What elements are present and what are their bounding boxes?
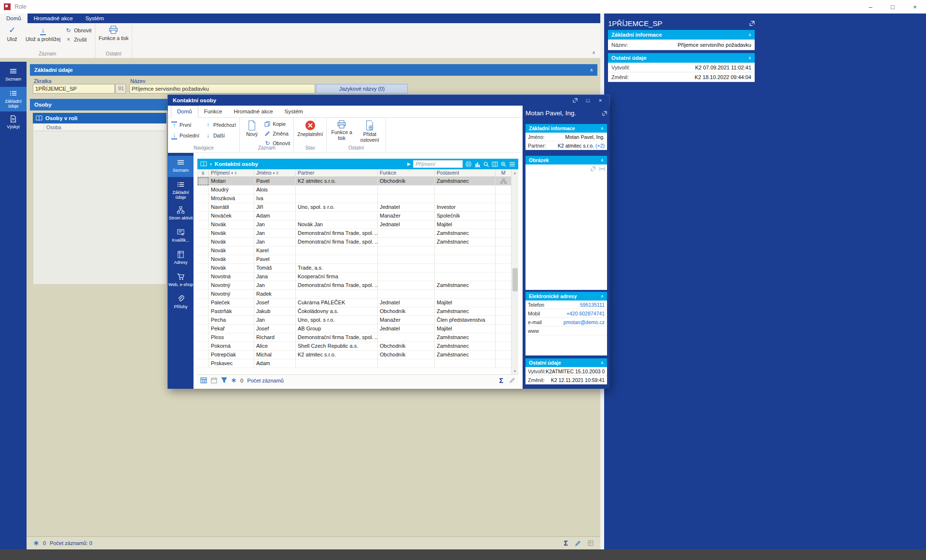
cell-m[interactable] bbox=[496, 177, 511, 186]
filter-icon[interactable] bbox=[221, 377, 227, 383]
cell-jmeno[interactable]: Josef bbox=[254, 299, 296, 307]
table-row[interactable]: NováčekAdamManažerSpolečník bbox=[197, 212, 511, 220]
cell-postaveni[interactable]: Člen představenstva bbox=[435, 316, 496, 325]
cell-prijmeni[interactable]: Nováček bbox=[209, 212, 254, 220]
cell-postaveni[interactable]: Majitel bbox=[435, 220, 496, 229]
cell-jmeno[interactable]: Radek bbox=[254, 290, 296, 299]
modal-sidebar-strom-aktivit[interactable]: Strom aktivit bbox=[168, 204, 193, 225]
cell-partner[interactable] bbox=[296, 255, 378, 264]
cell-jmeno[interactable]: Pavel bbox=[254, 177, 296, 186]
maximize-button[interactable]: □ bbox=[882, 0, 904, 14]
maximize-button[interactable]: □ bbox=[583, 96, 592, 104]
detail-basic-header[interactable]: Základní informace ∧ bbox=[525, 124, 607, 133]
cell-s[interactable] bbox=[197, 212, 209, 220]
shortcut-input[interactable] bbox=[33, 84, 115, 94]
collapse-chevron[interactable]: ∧ bbox=[600, 294, 604, 299]
cell-prijmeni[interactable]: Novák bbox=[209, 238, 254, 246]
chart-icon[interactable] bbox=[474, 161, 481, 167]
cell-jmeno[interactable]: Jan bbox=[254, 238, 296, 246]
cell-postaveni[interactable]: Zaměstnanec bbox=[435, 342, 496, 351]
cell-s[interactable] bbox=[197, 273, 209, 281]
cell-prijmeni[interactable]: Novák bbox=[209, 255, 254, 264]
table-row[interactable]: NovotnýJanDemonstrační firma Trade, spol… bbox=[197, 281, 511, 290]
cell-s[interactable] bbox=[197, 220, 209, 229]
modal-sidebar-zakladni-udaje[interactable]: Základní údaje bbox=[168, 178, 193, 203]
collapse-chevron[interactable]: ∧ bbox=[748, 55, 751, 60]
grid-icon[interactable] bbox=[588, 540, 594, 546]
cell-s[interactable] bbox=[197, 264, 209, 273]
table-row[interactable]: MoudrýAlois bbox=[197, 186, 511, 194]
cell-funkce[interactable] bbox=[378, 229, 435, 238]
name-input[interactable] bbox=[129, 84, 315, 94]
cell-partner[interactable] bbox=[296, 359, 378, 368]
collapse-chevron[interactable]: ∧ bbox=[600, 158, 604, 163]
cell-funkce[interactable] bbox=[378, 281, 435, 290]
collapse-chevron[interactable]: ∧ bbox=[590, 68, 593, 72]
cell-s[interactable] bbox=[197, 203, 209, 212]
cell-m[interactable] bbox=[496, 316, 511, 325]
cell-prijmeni[interactable]: Novák bbox=[209, 229, 254, 238]
cell-m[interactable] bbox=[496, 194, 511, 203]
cell-s[interactable] bbox=[197, 316, 209, 325]
modal-tab-hromadne-akce[interactable]: Hromadné akce bbox=[228, 106, 278, 117]
cell-partner[interactable]: Cukrárna PALEČEK bbox=[296, 299, 378, 307]
new-record-button[interactable]: Nový bbox=[241, 119, 263, 145]
popout-icon[interactable] bbox=[591, 166, 595, 171]
cell-partner[interactable]: K2 atmitec s.r.o. bbox=[296, 351, 378, 359]
popout-button[interactable] bbox=[571, 96, 580, 104]
cell-funkce[interactable] bbox=[378, 359, 435, 368]
cell-jmeno[interactable]: Adam bbox=[254, 359, 296, 368]
modal-sideb ar-adresy[interactable]: Adresy bbox=[168, 248, 193, 269]
cell-s[interactable] bbox=[197, 255, 209, 264]
cell-funkce[interactable]: Obchodník bbox=[378, 307, 435, 316]
calendar-icon[interactable] bbox=[211, 377, 217, 383]
cell-m[interactable] bbox=[496, 351, 511, 359]
cell-postaveni[interactable] bbox=[435, 186, 496, 194]
cell-partner[interactable]: Kooperační firma bbox=[296, 273, 378, 281]
cell-m[interactable] bbox=[496, 273, 511, 281]
row-value[interactable]: pmotan@demo.cz bbox=[564, 319, 605, 325]
previous-record-button[interactable]: ↑ Předchozí bbox=[203, 121, 238, 129]
cell-m[interactable] bbox=[496, 264, 511, 273]
cell-postaveni[interactable] bbox=[435, 246, 496, 255]
detail-other-header[interactable]: Ostatní údaje ∧ bbox=[525, 358, 607, 367]
table-row[interactable]: NavrátilJiříUno, spol. s r.o.JednatelInv… bbox=[197, 203, 511, 212]
scroll-thumb[interactable] bbox=[512, 268, 518, 291]
refresh-button[interactable]: ↻ Obnovit bbox=[63, 26, 94, 34]
cell-jmeno[interactable]: Jan bbox=[254, 281, 296, 290]
add-salutation-button[interactable]: Přidat oslovení bbox=[355, 119, 384, 145]
change-record-button[interactable]: Změna bbox=[263, 129, 292, 138]
table-row[interactable]: PechaJanUno, spol. s r.o.ManažerČlen pře… bbox=[197, 316, 511, 325]
cell-postaveni[interactable] bbox=[435, 359, 496, 368]
sum-icon[interactable]: Σ bbox=[499, 377, 503, 384]
cell-m[interactable] bbox=[496, 212, 511, 220]
menu-icon[interactable] bbox=[509, 162, 515, 167]
columns-icon[interactable] bbox=[492, 161, 498, 167]
cell-jmeno[interactable]: Josef bbox=[254, 325, 296, 333]
cell-prijmeni[interactable]: Ploss bbox=[209, 333, 254, 342]
cell-s[interactable] bbox=[197, 325, 209, 333]
cell-jmeno[interactable]: Jan bbox=[254, 316, 296, 325]
sidebar-item-vyskyt[interactable]: Výskyt bbox=[0, 112, 27, 134]
cell-postaveni[interactable]: Zaměstnanec bbox=[435, 281, 496, 290]
cell-partner[interactable]: Uno, spol. s r.o. bbox=[296, 316, 378, 325]
collapse-chevron[interactable]: ∧ bbox=[748, 32, 751, 37]
cell-s[interactable] bbox=[197, 281, 209, 290]
table-row[interactable]: NovákPavel bbox=[197, 255, 511, 264]
cell-funkce[interactable] bbox=[378, 186, 435, 194]
next-record-button[interactable]: ↓ Další bbox=[203, 131, 238, 140]
cell-jmeno[interactable]: Jan bbox=[254, 229, 296, 238]
cell-funkce[interactable]: Manažer bbox=[378, 316, 435, 325]
cell-postaveni[interactable]: Investor bbox=[435, 203, 496, 212]
table-row[interactable]: NovákJanDemonstrační firma Trade, spol. … bbox=[197, 238, 511, 246]
modal-sidebar-seznam[interactable]: Seznam bbox=[168, 156, 193, 177]
language-names-button[interactable]: Jazykové názvy (0) bbox=[316, 84, 408, 94]
cell-funkce[interactable] bbox=[378, 273, 435, 281]
preview-basic-header[interactable]: Základní informace ∧ bbox=[608, 30, 755, 40]
cell-partner[interactable]: Uno, spol. s r.o. bbox=[296, 203, 378, 212]
cell-partner[interactable]: Demonstrační firma Trade, spol. ... bbox=[296, 333, 378, 342]
modal-titlebar[interactable]: Kontaktní osoby □ × bbox=[168, 95, 609, 106]
cell-funkce[interactable]: Manažer bbox=[378, 212, 435, 220]
cell-prijmeni[interactable]: Pekař bbox=[209, 325, 254, 333]
save-button[interactable]: ✓ Ulož bbox=[1, 24, 23, 51]
